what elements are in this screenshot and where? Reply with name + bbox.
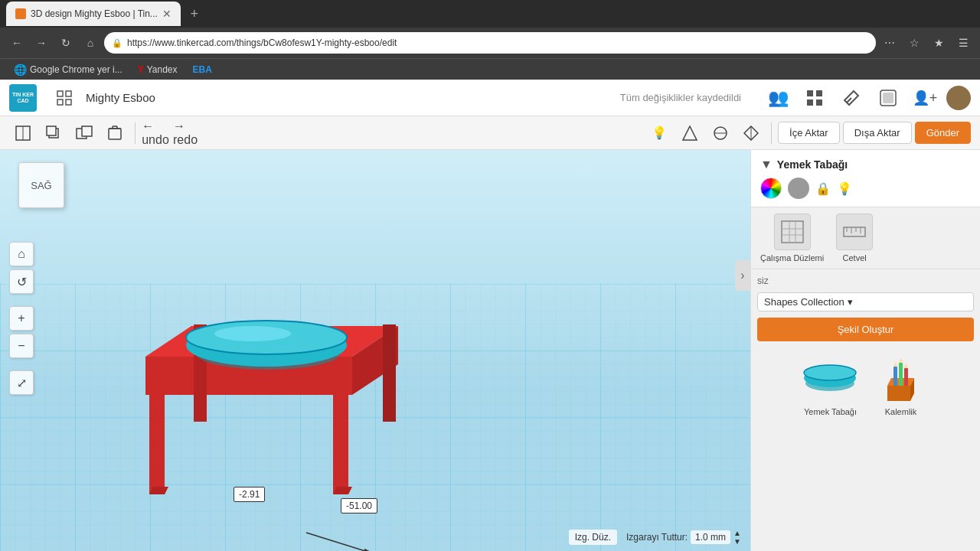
create-shape-button[interactable]: Şekil Oluştur [757,318,974,341]
bookmark-eba[interactable]: EBA [188,63,217,77]
browser-menu[interactable]: ☰ [952,32,974,54]
bookmark-button[interactable]: ☆ [903,32,925,54]
active-tab[interactable]: 3D design Mighty Esboo | Tin... ✕ [6,2,181,26]
dimension-x-label: -2.91 [234,487,265,502]
nav-bar: ← → ↻ ⌂ 🔒 https://www.tinkercad.com/thin… [0,28,980,58]
shape-tool-1[interactable] [676,119,704,147]
shapes-collection-value: Shapes Collection [764,296,844,308]
apps-grid-button[interactable] [799,83,830,113]
grid-value[interactable]: 1.0 mm [691,530,730,544]
shape-item-yemek-tabagi[interactable]: Yemek Tabağı [800,349,861,416]
edit-toolbar: ← undo → redo 💡 [0,116,980,150]
tools-button[interactable] [836,83,867,113]
bookmarks-bar: 🌐 Google Chrome yer i... Y Yandex EBA [0,58,980,80]
svg-rect-0 [57,91,63,96]
user-avatar[interactable] [946,86,971,110]
ruler-icon [841,218,868,246]
delete-icon [108,126,122,141]
extensions-button[interactable]: ⋯ [879,32,900,54]
bookmark-yandex[interactable]: Y Yandex [133,63,182,77]
undo-button[interactable]: ← undo [142,119,169,147]
refresh-button[interactable]: ↻ [55,32,77,54]
zoom-out-button[interactable]: − [9,334,34,358]
right-panel: ▼ Yemek Tabağı 🔒 💡 [750,150,980,551]
shape-color-picker[interactable] [760,178,782,199]
shape-tool-2[interactable] [707,119,734,147]
new-shape-button[interactable] [9,119,37,147]
izgarayi-tuttur-label: Izgarayı Tuttur: [626,532,688,543]
tab-close-button[interactable]: ✕ [162,8,172,20]
shape-tool-3[interactable] [737,119,765,147]
reset-view-button[interactable]: ⌂ [9,242,34,266]
bookmark-collections[interactable]: ★ [928,32,949,54]
redo-button[interactable]: → redo [172,119,200,147]
svg-marker-34 [333,393,348,494]
share-icon [880,90,897,106]
view-cube-label[interactable]: SAĞ [18,162,64,208]
share-button[interactable] [873,83,903,113]
cetvel-icon [836,214,873,250]
3d-viewport[interactable]: -2.91 -51.00 SAĞ ⌂ ↺ + − ⤢ [0,150,750,551]
browser-chrome: 3D design Mighty Esboo | Tin... ✕ + ← → … [0,0,980,80]
view-cube[interactable]: SAĞ [18,162,72,216]
bookmark-yandex-label: Yandex [147,64,178,75]
grid-snap-controls: Izgarayı Tuttur: 1.0 mm ▲▼ [626,529,741,546]
svg-marker-61 [887,386,910,401]
shape-controls-row: 🔒 💡 [760,178,971,199]
send-button[interactable]: Gönder [915,122,971,144]
bookmark-google-label: Google Chrome yer i... [30,64,122,75]
tab-bar: 3D design Mighty Esboo | Tin... ✕ + [0,0,980,28]
shapes-grid: Yemek Tabağı [757,349,974,416]
ssl-lock-icon: 🔒 [112,38,122,48]
svg-rect-7 [816,99,822,106]
orbit-button[interactable]: ↺ [9,269,34,294]
svg-marker-32 [149,393,165,494]
add-user-button[interactable]: 👤+ [910,83,940,113]
grid-icon [57,90,72,106]
grid-up-btn[interactable]: ▲▼ [733,529,741,546]
yemek-tabagi-svg [802,351,859,401]
export-button[interactable]: Dışa Aktar [843,122,912,144]
address-bar[interactable]: 🔒 https://www.tinkercad.com/things/bCw8o… [104,32,876,54]
autosave-status: Tüm değişiklikler kaydedildi [162,92,741,103]
shape-texture-picker[interactable] [788,178,809,199]
status-bar: Izg. Düz. Izgarayı Tuttur: 1.0 mm ▲▼ [0,523,750,551]
svg-rect-2 [57,99,63,105]
svg-rect-1 [66,91,71,96]
shape-info-top: ▼ Yemek Tabağı [760,158,971,171]
new-tab-button[interactable]: + [184,3,205,24]
shape-item-kalemlik[interactable]: Kalemlik [871,349,932,416]
kalemlik-thumb [871,349,932,403]
shapes-panel-header: siz [757,276,974,286]
svg-point-41 [214,326,291,341]
duplicate-icon [76,126,93,141]
back-button[interactable]: ← [6,32,28,54]
copy-button[interactable] [40,119,67,147]
workspace-cetvel-item[interactable]: Cetvel [836,214,873,262]
chevron-down-icon: ▾ [848,296,853,308]
shape-lock-button[interactable]: 🔒 [815,181,831,196]
shape-light-button[interactable]: 💡 [837,181,852,196]
bookmark-google[interactable]: 🌐 Google Chrome yer i... [9,62,127,77]
url-text: https://www.tinkercad.com/things/bCw8ofe… [127,37,868,48]
workspace-calisma-item[interactable]: Çalışma Düzlemi [760,214,824,262]
zoom-extents-button[interactable]: ⤢ [9,370,34,395]
group-icon [713,126,728,141]
grid-view-button[interactable] [49,83,80,113]
dimension-y-label: -51.00 [341,498,377,514]
duplicate-button[interactable] [70,119,98,147]
izg-duz-label: Izg. Düz. [569,530,617,545]
light-tool[interactable]: 💡 [645,119,673,147]
import-button[interactable]: İçe Aktar [778,122,840,144]
home-button[interactable]: ⌂ [80,32,101,54]
delete-button[interactable] [101,119,129,147]
forward-button[interactable]: → [31,32,52,54]
calisma-icon [774,214,811,250]
top-toolbar: TIN KER CAD Mighty Esboo Tüm değişiklikl… [0,80,980,116]
user-profiles-button[interactable]: 👥 [763,83,793,113]
shapes-collection-dropdown[interactable]: Shapes Collection ▾ [757,292,974,311]
shape-dropdown-button[interactable]: ▼ [760,158,773,171]
panel-collapse-button[interactable]: › [735,260,750,291]
project-name: Mighty Esboo [86,91,155,104]
zoom-in-button[interactable]: + [9,306,34,331]
